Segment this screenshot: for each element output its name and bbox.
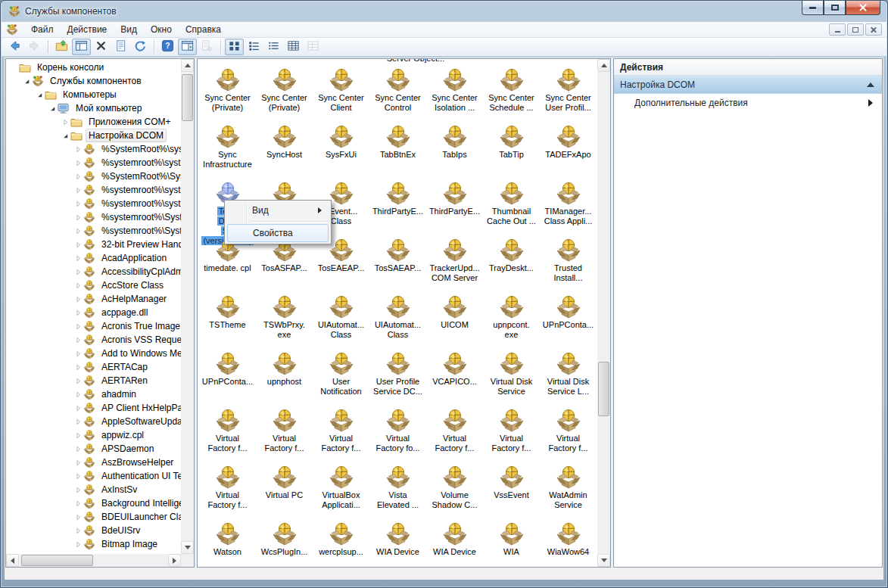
minimize-button[interactable] bbox=[802, 1, 824, 15]
menu-item-3[interactable]: Окно bbox=[144, 22, 179, 37]
dcom-component-item[interactable]: WiaWow64 bbox=[540, 515, 597, 568]
dcom-component-item[interactable]: Virtual Factory f... bbox=[426, 402, 483, 459]
expander-closed-icon[interactable] bbox=[73, 185, 83, 195]
expander-closed-icon[interactable] bbox=[73, 308, 83, 318]
expander-open-icon[interactable] bbox=[61, 131, 70, 141]
expander-closed-icon[interactable] bbox=[73, 322, 83, 331]
dcom-component-item[interactable]: ThirdPartyE... bbox=[369, 175, 426, 232]
dcom-component-item[interactable]: UIAutomat... Class bbox=[369, 288, 426, 345]
expander-closed-icon[interactable] bbox=[73, 199, 83, 209]
expander-closed-icon[interactable] bbox=[73, 281, 83, 291]
tree-scroll-left-icon[interactable] bbox=[6, 554, 19, 567]
tree-item[interactable]: Приложения COM+ bbox=[6, 115, 181, 129]
dcom-component-item[interactable]: User Profile Service DC... bbox=[369, 345, 426, 402]
view-small-icons-button[interactable] bbox=[245, 39, 263, 55]
dcom-component-item[interactable]: VssEvent bbox=[483, 459, 540, 515]
dcom-component-item[interactable]: Sync Center Client bbox=[313, 61, 369, 118]
tree-item[interactable]: %systemroot%\syste bbox=[6, 197, 181, 210]
expander-closed-icon[interactable] bbox=[73, 526, 83, 536]
list-scroll-down-icon[interactable] bbox=[597, 554, 610, 567]
tree-item[interactable]: %SystemRoot%\Syst bbox=[6, 170, 181, 183]
dcom-component-item[interactable]: TosSAEAP... bbox=[369, 232, 426, 288]
back-button[interactable] bbox=[5, 39, 24, 55]
dcom-component-item[interactable]: WIA Device bbox=[369, 515, 426, 568]
actions-item-more-actions[interactable]: Дополнительные действия bbox=[614, 94, 882, 112]
menu-item-2[interactable]: Вид bbox=[114, 22, 144, 37]
tree-item[interactable]: AERTACap bbox=[6, 360, 181, 374]
view-customize-button[interactable] bbox=[304, 39, 322, 55]
mdi-close-button[interactable] bbox=[865, 23, 882, 36]
expander-closed-icon[interactable] bbox=[73, 512, 83, 522]
tree-scroll-up-icon[interactable] bbox=[181, 59, 194, 72]
dcom-component-item[interactable]: UIAutomat... Class bbox=[313, 288, 369, 345]
tree-item[interactable]: 32-bit Preview Hand bbox=[6, 238, 181, 251]
tree-item[interactable]: Authentication UI Te bbox=[6, 469, 181, 483]
tree-item[interactable]: %systemroot%\Syste bbox=[6, 224, 181, 238]
tree-item[interactable]: Background Intellige bbox=[6, 496, 181, 510]
expander-closed-icon[interactable] bbox=[73, 403, 83, 413]
dcom-component-item[interactable]: Sync Center User Profil... bbox=[540, 61, 597, 118]
view-list-button[interactable] bbox=[264, 39, 283, 55]
dcom-component-item[interactable]: Virtual Disk Service L... bbox=[540, 345, 597, 402]
help-button[interactable]: ? bbox=[158, 39, 177, 55]
tree-item[interactable]: AERTARen bbox=[6, 374, 181, 387]
tree-item[interactable]: AcHelpManager bbox=[6, 292, 181, 306]
tree-item[interactable]: AxInstSv bbox=[6, 483, 181, 496]
dcom-component-item[interactable]: upnphost bbox=[256, 345, 313, 402]
dcom-component-item[interactable]: Sync Center Control bbox=[369, 61, 426, 118]
context-menu-item-view[interactable]: Вид bbox=[227, 202, 329, 219]
dcom-component-item[interactable]: Sync Center (Private) bbox=[199, 61, 256, 118]
collapse-arrow-icon[interactable] bbox=[867, 82, 874, 87]
tree-item[interactable]: ahadmin bbox=[6, 387, 181, 401]
dcom-component-item[interactable]: Virtual PC bbox=[256, 459, 313, 515]
dcom-component-item[interactable]: Trusted Install... bbox=[540, 232, 597, 288]
tree-item[interactable]: %systemroot%\syste bbox=[6, 183, 181, 197]
tree-item[interactable]: Компьютеры bbox=[6, 88, 181, 101]
dcom-component-item[interactable]: Virtual Factory f... bbox=[199, 459, 256, 515]
expander-closed-icon[interactable] bbox=[73, 254, 83, 263]
dcom-component-item[interactable]: Sync Center Isolation ... bbox=[426, 61, 483, 118]
dcom-component-item[interactable]: TabIps bbox=[426, 118, 483, 175]
close-button[interactable] bbox=[846, 1, 880, 15]
list-vertical-scrollbar[interactable] bbox=[597, 59, 610, 567]
tree-item[interactable]: %systemroot%\syste bbox=[6, 156, 181, 170]
dcom-component-item[interactable]: TSTheme bbox=[199, 288, 256, 345]
dcom-component-item[interactable]: Virtual Factory f... bbox=[540, 402, 597, 459]
tree-item[interactable]: Add to Windows Me bbox=[6, 347, 181, 360]
tree-item[interactable]: Acronis True Image S bbox=[6, 319, 181, 333]
dcom-component-item[interactable]: wercplsup... bbox=[313, 515, 369, 568]
dcom-component-item[interactable]: Virtual Factory f... bbox=[483, 402, 540, 459]
mdi-restore-button[interactable] bbox=[847, 23, 864, 36]
tree-item[interactable]: AccStore Class bbox=[6, 278, 181, 292]
maximize-button[interactable] bbox=[824, 1, 846, 15]
list-vscroll-thumb[interactable] bbox=[598, 362, 609, 416]
tree-item[interactable]: appwiz.cpl bbox=[6, 428, 181, 442]
menu-item-4[interactable]: Справка bbox=[179, 22, 228, 37]
dcom-component-item[interactable]: TrayDeskt... bbox=[483, 232, 540, 288]
tree-item[interactable]: Мой компьютер bbox=[6, 101, 181, 115]
tree-item[interactable]: BDEUILauncher Class bbox=[6, 510, 181, 524]
expander-closed-icon[interactable] bbox=[73, 431, 83, 440]
menu-item-0[interactable]: Файл bbox=[24, 22, 61, 37]
properties-button[interactable] bbox=[111, 39, 130, 55]
expander-closed-icon[interactable] bbox=[73, 240, 83, 250]
expander-closed-icon[interactable] bbox=[73, 540, 83, 549]
tree-item[interactable]: Acronis VSS Request bbox=[6, 333, 181, 347]
show-console-tree-button[interactable] bbox=[72, 39, 91, 55]
delete-button[interactable] bbox=[92, 39, 111, 55]
dcom-component-item[interactable]: TSWbPrxy. exe bbox=[256, 288, 313, 345]
tree-vscroll-thumb[interactable] bbox=[182, 74, 193, 121]
expander-closed-icon[interactable] bbox=[73, 226, 83, 236]
dcom-component-item[interactable]: TADEFxApo bbox=[540, 118, 597, 175]
dcom-component-item[interactable]: VCAPICO... bbox=[426, 345, 483, 402]
dcom-component-item[interactable]: Virtual Factory f... bbox=[199, 402, 256, 459]
dcom-component-item[interactable]: Virtual Disk Service bbox=[483, 345, 540, 402]
dcom-component-item[interactable]: UICOM bbox=[426, 288, 483, 345]
expander-closed-icon[interactable] bbox=[73, 335, 83, 345]
expander-closed-icon[interactable] bbox=[73, 417, 83, 427]
context-menu-item-properties[interactable]: Свойства bbox=[227, 224, 329, 242]
export-list-button[interactable] bbox=[198, 39, 217, 55]
dcom-component-item[interactable]: WcsPlugIn... bbox=[256, 515, 313, 568]
actions-group-dcom[interactable]: Настройка DCOM bbox=[614, 76, 882, 94]
view-large-icons-button[interactable] bbox=[225, 39, 244, 55]
